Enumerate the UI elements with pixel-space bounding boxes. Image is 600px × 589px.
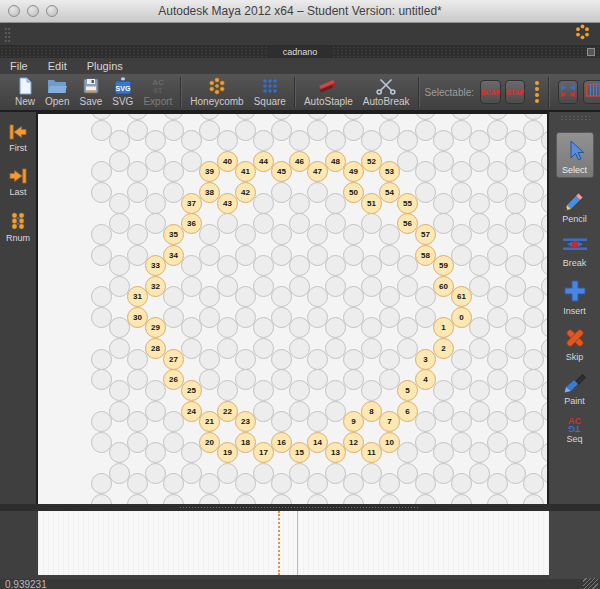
close-button[interactable] [8, 5, 20, 17]
empty-lattice-cell[interactable] [199, 112, 220, 120]
empty-lattice-cell[interactable] [343, 112, 364, 120]
paint-brush-icon [563, 373, 587, 395]
empty-lattice-cell[interactable] [271, 112, 292, 120]
left-tool-last[interactable]: Last [8, 168, 28, 197]
toolbar-button-label: Open [45, 96, 69, 107]
tool-paint[interactable]: Paint [563, 373, 587, 406]
helix-table-button[interactable] [583, 80, 600, 104]
exchange-arrows-button[interactable] [558, 80, 578, 104]
scaf-toggle-button[interactable]: SCAF [480, 80, 501, 104]
right-tool-palette: SelectPencilBreakInsertSkipPaintACTGSeq [549, 112, 600, 504]
tool-label: Skip [566, 352, 584, 362]
empty-lattice-cell[interactable] [487, 112, 508, 120]
empty-lattice-cell[interactable] [163, 494, 184, 504]
empty-lattice-cell[interactable] [163, 112, 184, 120]
empty-lattice-cell[interactable] [451, 112, 472, 120]
empty-lattice-cell[interactable] [541, 255, 549, 276]
panel-splitter[interactable] [0, 504, 600, 511]
float-window-icon[interactable] [587, 48, 595, 56]
last-arrow-icon [8, 168, 28, 186]
toolbar-button-square[interactable]: Square [249, 75, 291, 109]
tool-break[interactable]: Break [562, 235, 588, 268]
toolbar-button-label: Honeycomb [190, 96, 243, 107]
toolbar-button-save[interactable]: Save [74, 75, 107, 109]
tool-insert[interactable]: Insert [563, 279, 587, 316]
toolbar-button-new[interactable]: New [10, 75, 40, 109]
empty-lattice-cell[interactable] [379, 112, 400, 120]
toolbar-button-svg[interactable]: SVGSVG [107, 75, 138, 109]
menu-file[interactable]: File [10, 60, 28, 72]
exchange-arrows-icon [559, 81, 577, 103]
resize-grip[interactable] [583, 578, 598, 589]
empty-lattice-cell[interactable] [235, 494, 256, 504]
empty-lattice-cell[interactable] [541, 317, 549, 338]
square-lattice-icon [261, 77, 279, 95]
tool-skip[interactable]: Skip [563, 327, 587, 362]
first-arrow-icon [8, 124, 28, 142]
empty-lattice-cell[interactable] [127, 112, 148, 120]
toolbar-button-label: SVG [112, 96, 133, 107]
toolbar-groups: NewOpenSaveSVGSVGAC19ExportHoneycombSqua… [10, 75, 423, 109]
empty-lattice-cell[interactable] [541, 130, 549, 151]
empty-lattice-cell[interactable] [523, 112, 544, 120]
tool-label: Pencil [562, 214, 587, 224]
top-tool-strip [0, 23, 600, 46]
tool-label: Paint [564, 396, 585, 406]
toolbar-button-label: AutoStaple [304, 96, 353, 107]
status-coordinate: 0.939231 [0, 579, 600, 589]
empty-lattice-cell[interactable] [487, 494, 508, 504]
empty-lattice-cell[interactable] [127, 494, 148, 504]
path-view-dashed-guide [278, 511, 280, 575]
scissors-icon [376, 77, 396, 95]
menu-plugins[interactable]: Plugins [87, 60, 123, 72]
empty-lattice-cell[interactable] [307, 494, 328, 504]
status-bar: 0.939231 [0, 579, 600, 589]
empty-lattice-cell[interactable] [91, 112, 112, 120]
helix-table-icon [584, 81, 600, 103]
toolbar-button-label: Export [143, 96, 172, 107]
empty-lattice-cell[interactable] [523, 494, 544, 504]
tool-pencil[interactable]: Pencil [562, 189, 587, 224]
sequence-export-icon: AC19 [148, 77, 168, 95]
path-view-panel[interactable] [38, 511, 549, 575]
toolbar-button-autobreak[interactable]: AutoBreak [358, 75, 415, 109]
tool-label: Seq [567, 434, 583, 444]
selectable-dots-icon[interactable] [533, 79, 541, 105]
empty-lattice-cell[interactable] [541, 442, 549, 463]
toolbar-button-open[interactable]: Open [40, 75, 74, 109]
plugin-tab-bar: cadnano [0, 46, 600, 58]
empty-lattice-cell[interactable] [271, 494, 292, 504]
empty-lattice-cell[interactable] [235, 112, 256, 120]
tool-select[interactable]: Select [556, 132, 594, 178]
toolbar-separator [548, 77, 550, 107]
menu-edit[interactable]: Edit [48, 60, 67, 72]
open-folder-icon [47, 77, 67, 95]
bottom-row [0, 511, 600, 579]
toolbar-button-honeycomb[interactable]: Honeycomb [185, 75, 248, 109]
stap-toggle-button[interactable]: STAP [505, 80, 525, 104]
empty-lattice-cell[interactable] [379, 494, 400, 504]
toolbar-button-label: Save [79, 96, 102, 107]
empty-lattice-cell[interactable] [199, 494, 220, 504]
select-cursor-icon [564, 139, 586, 165]
empty-lattice-cell[interactable] [91, 494, 112, 504]
stap-label: STAP [506, 89, 524, 96]
empty-lattice-cell[interactable] [415, 494, 436, 504]
empty-lattice-cell[interactable] [307, 112, 328, 120]
zoom-button[interactable] [46, 5, 58, 17]
toolbar-button-autostaple[interactable]: AutoStaple [299, 75, 358, 109]
left-tool-first[interactable]: First [8, 124, 28, 153]
palette-grip-icon[interactable] [560, 115, 590, 120]
skip-x-icon [563, 327, 587, 351]
drag-grip-icon[interactable] [4, 27, 11, 42]
minimize-button[interactable] [27, 5, 39, 17]
empty-lattice-cell[interactable] [343, 494, 364, 504]
honeycomb-dots-icon[interactable] [574, 24, 591, 44]
empty-lattice-cell[interactable] [451, 494, 472, 504]
left-tool-rnum[interactable]: Rnum [6, 212, 30, 243]
selectable-label: Selectable: [425, 87, 474, 98]
tool-seq[interactable]: ACTGSeq [567, 417, 583, 444]
toolbar-button-export[interactable]: AC19Export [138, 75, 177, 109]
plugin-tab-cadnano[interactable]: cadnano [269, 46, 332, 58]
empty-lattice-cell[interactable] [415, 112, 436, 120]
